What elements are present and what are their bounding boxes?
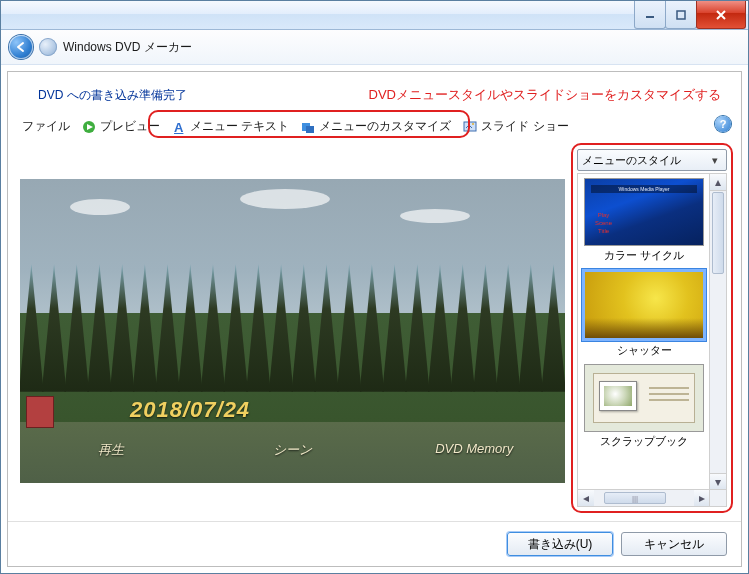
scroll-down-icon[interactable]: ▾ (710, 473, 726, 490)
preview-image: 2018/07/24 再生 シーン DVD Memory (20, 179, 565, 483)
main-area: 2018/07/24 再生 シーン DVD Memory メニューのスタイル ▾ (8, 143, 741, 521)
maximize-button[interactable] (665, 1, 697, 29)
svg-rect-0 (646, 16, 654, 18)
style-item[interactable]: シャッター (582, 269, 706, 358)
header: Windows DVD メーカー (1, 30, 748, 65)
file-menu-label: ファイル (22, 118, 70, 135)
scroll-corner (709, 489, 726, 506)
slideshow-button[interactable]: スライド ショー (457, 116, 574, 137)
footer: 書き込み(U) キャンセル (8, 521, 741, 566)
preview-title: DVD Memory (383, 441, 565, 459)
chevron-down-icon: ▾ (708, 154, 722, 167)
scroll-left-icon[interactable]: ◂ (578, 490, 594, 506)
slideshow-label: スライド ショー (481, 118, 568, 135)
style-item[interactable]: スクラップブック (582, 364, 706, 449)
menu-text-button[interactable]: A メニュー テキスト (166, 116, 295, 137)
style-item-label: シャッター (582, 343, 706, 358)
preview-scene: シーン (202, 441, 384, 459)
window: Windows DVD メーカー DVD への書き込み準備完了 DVDメニュース… (0, 0, 749, 574)
style-item-label: カラー サイクル (582, 248, 706, 263)
file-menu[interactable]: ファイル (16, 116, 76, 137)
preview-pane: 2018/07/24 再生 シーン DVD Memory (16, 143, 565, 513)
scroll-right-icon[interactable]: ▸ (694, 490, 710, 506)
horizontal-scrollbar[interactable]: ◂ ||| ▸ (578, 489, 710, 506)
frame: DVD への書き込み準備完了 DVDメニュースタイルやスライドショーをカスタマイ… (7, 71, 742, 567)
preview-date: 2018/07/24 (130, 397, 250, 423)
scroll-thumb[interactable] (712, 192, 724, 274)
preview-menu-row: 再生 シーン DVD Memory (20, 441, 565, 459)
burn-button[interactable]: 書き込み(U) (507, 532, 613, 556)
menu-text-label: メニュー テキスト (190, 118, 289, 135)
help-button[interactable]: ? (715, 116, 731, 132)
preview-label: プレビュー (100, 118, 160, 135)
style-item-label: スクラップブック (582, 434, 706, 449)
app-title: Windows DVD メーカー (63, 39, 192, 56)
cancel-button[interactable]: キャンセル (621, 532, 727, 556)
scroll-thumb[interactable]: ||| (604, 492, 666, 504)
style-item[interactable]: Windows Media Player Play Scene Title カラ… (582, 178, 706, 263)
content: DVD への書き込み準備完了 DVDメニュースタイルやスライドショーをカスタマイ… (1, 65, 748, 573)
toolbar: ファイル プレビュー A メニュー テキスト メニューのカスタマイズ スライド … (8, 112, 741, 143)
menu-customize-label: メニューのカスタマイズ (319, 118, 451, 135)
back-button[interactable] (9, 35, 33, 59)
svg-rect-5 (306, 126, 314, 133)
text-icon: A (172, 120, 186, 134)
top-row: DVD への書き込み準備完了 DVDメニュースタイルやスライドショーをカスタマイ… (8, 72, 741, 112)
styles-list: Windows Media Player Play Scene Title カラ… (577, 173, 727, 507)
slideshow-icon (463, 120, 477, 134)
style-thumbnail (582, 269, 706, 341)
play-icon (82, 120, 96, 134)
vertical-scrollbar[interactable]: ▴ ▾ (709, 174, 726, 490)
titlebar (1, 1, 748, 30)
styles-panel: メニューのスタイル ▾ Windows Media Player Play Sc… (571, 143, 733, 513)
svg-rect-1 (677, 11, 685, 19)
page-title: DVD への書き込み準備完了 (38, 87, 187, 104)
minimize-button[interactable] (634, 1, 666, 29)
menu-customize-button[interactable]: メニューのカスタマイズ (295, 116, 457, 137)
customize-icon (301, 120, 315, 134)
app-icon (39, 38, 57, 56)
close-button[interactable] (696, 1, 746, 29)
annotation-text: DVDメニュースタイルやスライドショーをカスタマイズする (369, 86, 721, 104)
style-thumbnail: Windows Media Player Play Scene Title (584, 178, 704, 246)
preview-button[interactable]: プレビュー (76, 116, 166, 137)
scroll-up-icon[interactable]: ▴ (710, 174, 726, 191)
style-thumbnail (584, 364, 704, 432)
preview-play: 再生 (20, 441, 202, 459)
svg-point-7 (472, 123, 474, 125)
svg-text:A: A (174, 120, 184, 134)
style-category-label: メニューのスタイル (582, 153, 681, 168)
style-category-combo[interactable]: メニューのスタイル ▾ (577, 149, 727, 171)
